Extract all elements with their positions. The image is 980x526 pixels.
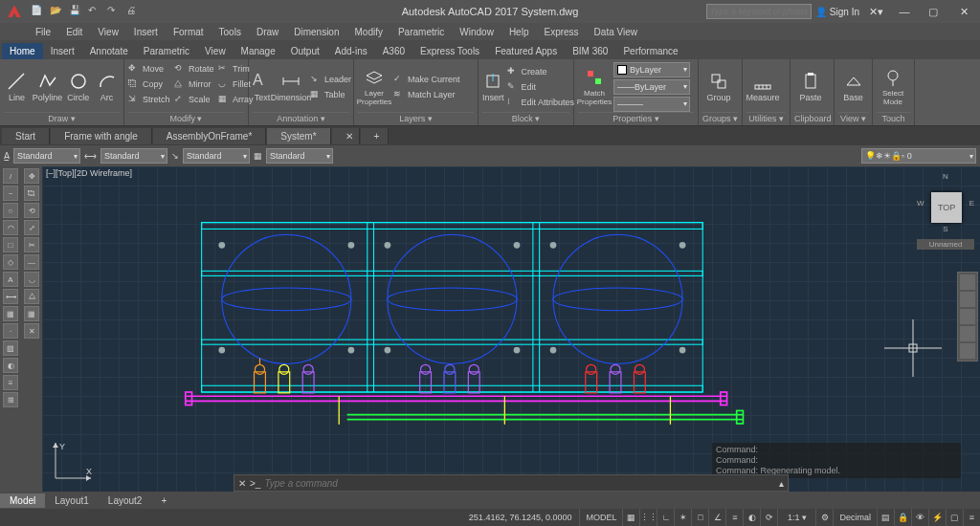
tool-icon[interactable]: ⿻ <box>24 186 39 201</box>
viewcube-s[interactable]: S <box>917 225 974 233</box>
file-tab-new-icon[interactable]: + <box>361 128 389 144</box>
new-icon[interactable]: 📄 <box>31 5 44 18</box>
layer-properties-button[interactable]: Layer Properties <box>358 64 390 110</box>
units-button[interactable]: Decimal <box>833 509 877 526</box>
panel-title[interactable]: Clipboard <box>794 112 830 123</box>
layout-tab-model[interactable]: Model <box>0 493 45 508</box>
paste-button[interactable]: Paste <box>794 64 827 110</box>
polar-toggle-icon[interactable]: ✶ <box>674 509 691 526</box>
panel-title[interactable]: Properties ▾ <box>578 112 694 123</box>
undo-icon[interactable]: ↶ <box>88 5 101 18</box>
nav-showmotion-icon[interactable] <box>960 343 975 359</box>
panel-title[interactable]: Groups ▾ <box>702 112 738 123</box>
panel-title[interactable]: Draw ▾ <box>4 112 120 123</box>
tool-icon[interactable]: ⟷ <box>3 289 18 304</box>
textstyle-combo[interactable]: Standard <box>13 148 80 164</box>
menu-edit[interactable]: Edit <box>59 25 89 39</box>
clean-screen-icon[interactable]: ▢ <box>946 509 963 526</box>
menu-draw[interactable]: Draw <box>250 25 285 39</box>
transparency-toggle-icon[interactable]: ◐ <box>743 509 760 526</box>
tool-icon[interactable]: ✂ <box>24 237 39 252</box>
viewcube-ucs-label[interactable]: Unnamed <box>917 239 974 250</box>
cycling-toggle-icon[interactable]: ⟳ <box>760 509 777 526</box>
match-properties-button[interactable]: Match Properties <box>578 64 611 110</box>
tool-icon[interactable]: ⧋ <box>24 289 39 304</box>
textstyle-icon[interactable]: A̲ <box>4 151 10 161</box>
group-button[interactable]: Group <box>702 64 735 110</box>
app-logo-icon[interactable] <box>4 1 25 22</box>
array-button[interactable]: ▦Array <box>218 92 254 106</box>
snap-toggle-icon[interactable]: ⋮⋮ <box>639 509 657 526</box>
coordinates-readout[interactable]: 251.4162, 76.1245, 0.0000 <box>461 513 580 522</box>
file-tab[interactable]: AssemblyOnFrame* <box>153 128 266 144</box>
ribbon-tab-add-ins[interactable]: Add-ins <box>327 43 375 59</box>
text-button[interactable]: AText <box>253 64 272 110</box>
annoscale-toggle-icon[interactable]: 1:1 ▾ <box>777 509 815 526</box>
ribbon-tab-home[interactable]: Home <box>2 43 43 59</box>
mleaderstyle-icon[interactable]: ↘ <box>171 151 179 161</box>
select-mode-button[interactable]: Select Mode <box>877 64 909 110</box>
edit-block-button[interactable]: ✎Edit <box>507 79 575 94</box>
menu-express[interactable]: Express <box>537 25 585 39</box>
viewcube-face[interactable]: TOP <box>931 192 962 223</box>
tool-icon[interactable]: ◡ <box>24 272 39 287</box>
tool-icon[interactable]: ⟲ <box>24 203 39 218</box>
panel-title[interactable]: Layers ▾ <box>358 112 474 123</box>
tool-icon[interactable]: ✥ <box>24 168 39 184</box>
file-tab[interactable]: System* <box>267 128 330 144</box>
tool-icon[interactable]: — <box>24 254 39 270</box>
ribbon-tab-express-tools[interactable]: Express Tools <box>412 43 487 59</box>
ribbon-tab-annotate[interactable]: Annotate <box>82 43 136 59</box>
layer-combo[interactable]: 💡❄☀🔒▫ 0 <box>861 148 976 164</box>
mirror-button[interactable]: ⧋Mirror <box>174 77 214 91</box>
lineweight-combo[interactable]: ——— <box>613 97 690 112</box>
menu-modify[interactable]: Modify <box>348 25 390 39</box>
make-current-button[interactable]: ✓Make Current <box>393 72 460 86</box>
help-search-input[interactable] <box>706 4 812 19</box>
viewcube-w[interactable]: W <box>917 199 924 208</box>
trim-button[interactable]: ✂Trim <box>218 61 254 76</box>
line-button[interactable]: Line <box>4 64 30 110</box>
command-line[interactable]: ✕ >_ ▴ <box>234 474 789 492</box>
arc-button[interactable]: Arc <box>94 64 120 110</box>
mleaderstyle-combo[interactable]: Standard <box>183 148 250 164</box>
nav-wheel-icon[interactable] <box>960 274 975 290</box>
scale-button[interactable]: ⤢Scale <box>174 92 214 106</box>
otrack-toggle-icon[interactable]: ∠ <box>708 509 725 526</box>
ribbon-tab-performance[interactable]: Performance <box>615 43 685 59</box>
insert-button[interactable]: Insert <box>482 64 504 110</box>
dimension-button[interactable]: Dimension <box>275 64 307 110</box>
workspace-toggle-icon[interactable]: ⚙ <box>815 509 833 526</box>
layout-tab-add-icon[interactable]: + <box>151 493 176 508</box>
open-icon[interactable]: 📂 <box>50 5 63 18</box>
customize-status-icon[interactable]: ≡ <box>963 509 980 526</box>
menu-parametric[interactable]: Parametric <box>391 25 451 39</box>
tool-icon[interactable]: ◠ <box>3 220 18 235</box>
table-button[interactable]: ▦Table <box>310 87 351 101</box>
ribbon-tab-bim-360[interactable]: BIM 360 <box>565 43 615 59</box>
menu-dimension[interactable]: Dimension <box>287 25 345 39</box>
save-icon[interactable]: 💾 <box>69 5 82 18</box>
command-menu-icon[interactable]: ▴ <box>779 478 784 489</box>
command-input[interactable] <box>264 478 775 489</box>
osnap-toggle-icon[interactable]: □ <box>691 509 708 526</box>
panel-title[interactable]: View ▾ <box>838 112 868 123</box>
viewcube-n[interactable]: N <box>917 172 974 181</box>
tool-icon[interactable]: ○ <box>3 203 18 218</box>
nav-pan-icon[interactable] <box>960 292 975 307</box>
ortho-toggle-icon[interactable]: ∟ <box>657 509 674 526</box>
file-tab[interactable]: Frame with angle <box>51 128 152 144</box>
panel-title[interactable]: Utilities ▾ <box>746 112 786 123</box>
dimstyle-icon[interactable]: ⟷ <box>84 151 97 161</box>
panel-title[interactable]: Touch <box>877 112 910 123</box>
file-tab-close-icon[interactable]: ✕ <box>332 128 360 144</box>
nav-orbit-icon[interactable] <box>960 326 975 341</box>
hardware-accel-icon[interactable]: ⚡ <box>928 509 946 526</box>
ribbon-tab-parametric[interactable]: Parametric <box>136 43 197 59</box>
file-tab[interactable]: Start <box>2 128 50 144</box>
menu-window[interactable]: Window <box>453 25 501 39</box>
ribbon-tab-insert[interactable]: Insert <box>43 43 82 59</box>
grid-toggle-icon[interactable]: ▦ <box>622 509 639 526</box>
isolate-toggle-icon[interactable]: 👁 <box>911 509 928 526</box>
menu-help[interactable]: Help <box>502 25 536 39</box>
